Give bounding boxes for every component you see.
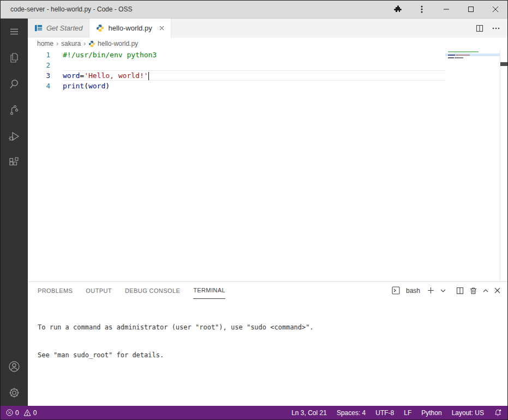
editor-scrollbar[interactable]	[500, 50, 507, 281]
bottom-panel: PROBLEMS OUTPUT DEBUG CONSOLE TERMINAL b…	[28, 281, 507, 406]
minimize-button[interactable]	[434, 1, 458, 18]
python-icon	[88, 40, 95, 47]
panel-header: PROBLEMS OUTPUT DEBUG CONSOLE TERMINAL b…	[28, 282, 507, 299]
tab-hello-world-py[interactable]: hello-world.py	[89, 19, 171, 38]
window-title: code-server - hello-world.py - Code - OS…	[10, 5, 132, 13]
maximize-button[interactable]	[458, 1, 483, 18]
run-debug-icon[interactable]	[1, 123, 28, 149]
panel-actions: bash	[392, 286, 507, 295]
split-editor-icon[interactable]	[476, 25, 483, 32]
minimap-current-line-highlight	[445, 53, 500, 56]
tab-label: hello-world.py	[108, 24, 152, 32]
search-icon[interactable]	[1, 71, 28, 97]
eol-sequence[interactable]: LF	[404, 409, 411, 417]
code-line-1[interactable]: 1 #!/usr/bin/env python3	[28, 50, 445, 60]
tab-label: Get Started	[46, 24, 82, 32]
menu-hamburger-icon[interactable]	[1, 19, 28, 45]
tab-debug-console[interactable]: DEBUG CONSOLE	[125, 282, 180, 299]
line-number[interactable]: 3	[28, 70, 50, 81]
breadcrumb-separator: ›	[83, 40, 86, 47]
terminal-line: See "man sudo_root" for details.	[38, 351, 507, 360]
get-started-icon	[34, 24, 43, 32]
titlebar[interactable]: code-server - hello-world.py - Code - OS…	[1, 1, 507, 19]
extension-puzzle-icon[interactable]	[385, 1, 409, 18]
code-line-2[interactable]: 2	[28, 60, 445, 70]
kill-terminal-trash-icon[interactable]	[470, 287, 477, 295]
code-oss-window: code-server - hello-world.py - Code - OS…	[0, 0, 508, 420]
editor-tab-strip: Get Started hello-world.py	[28, 19, 507, 38]
tab-get-started[interactable]: Get Started	[28, 19, 89, 38]
settings-gear-icon[interactable]	[1, 380, 28, 406]
code-line-3-current[interactable]: 3 word='Hello, world!'	[28, 70, 445, 81]
new-terminal-plus-icon[interactable]	[427, 287, 434, 294]
breadcrumb-separator: ›	[56, 40, 58, 47]
python-icon	[96, 24, 104, 32]
error-icon	[6, 409, 13, 416]
encoding[interactable]: UTF-8	[375, 409, 394, 417]
indentation[interactable]: Spaces: 4	[337, 409, 366, 417]
close-panel-icon[interactable]	[494, 287, 500, 293]
breadcrumb-sakura[interactable]: sakura	[61, 40, 81, 47]
minimap-code-line	[455, 57, 463, 58]
breadcrumb-home[interactable]: home	[37, 40, 53, 47]
tab-problems[interactable]: PROBLEMS	[38, 282, 73, 299]
terminal-output[interactable]: To run a command as administrator (user …	[28, 299, 507, 406]
code-line-4[interactable]: 4 print(word)	[28, 81, 445, 91]
close-tab-icon[interactable]	[159, 26, 164, 31]
language-mode[interactable]: Python	[421, 409, 441, 417]
source-control-icon[interactable]	[1, 97, 28, 123]
warning-icon	[23, 409, 31, 416]
editor-cursor	[148, 72, 150, 80]
maximize-panel-chevron-icon[interactable]	[483, 289, 488, 292]
extensions-icon[interactable]	[1, 149, 28, 176]
tab-terminal[interactable]: TERMINAL	[193, 282, 225, 299]
activity-bar	[1, 19, 28, 406]
problems-status[interactable]: 0 0	[6, 409, 37, 417]
tab-output[interactable]: OUTPUT	[86, 282, 112, 299]
minimap-code-line	[448, 57, 454, 58]
line-number[interactable]: 4	[28, 81, 50, 91]
shell-name[interactable]: bash	[406, 287, 420, 295]
status-bar: 0 0 Ln 3, Col 21 Spaces: 4 UTF-8 LF Pyth…	[1, 406, 507, 419]
more-menu-kebab-icon[interactable]	[409, 1, 434, 18]
editor-lines: 1 #!/usr/bin/env python3 2 3 word='Hello…	[28, 50, 445, 91]
minimap[interactable]	[445, 50, 500, 281]
overview-cursor-marker	[500, 62, 507, 66]
minimap-comment-line	[448, 51, 479, 52]
code-editor[interactable]: 1 #!/usr/bin/env python3 2 3 word='Hello…	[28, 50, 507, 281]
notifications-bell-icon[interactable]	[494, 409, 502, 417]
editor-actions	[476, 19, 507, 38]
more-actions-icon[interactable]	[492, 27, 500, 29]
breadcrumb-file[interactable]: hello-world.py	[88, 40, 138, 47]
close-window-button[interactable]	[483, 1, 507, 18]
cursor-position[interactable]: Ln 3, Col 21	[291, 409, 327, 417]
terminal-dropdown-chevron-icon[interactable]	[440, 289, 446, 292]
explorer-icon[interactable]	[1, 45, 28, 71]
line-number[interactable]: 1	[28, 50, 50, 60]
terminal-line	[38, 379, 507, 388]
keyboard-layout[interactable]: Layout: US	[452, 409, 484, 417]
terminal-line: To run a command as administrator (user …	[38, 323, 507, 332]
line-number[interactable]: 2	[28, 60, 50, 70]
split-terminal-icon[interactable]	[456, 287, 464, 295]
breadcrumb: home › sakura › hello-world.py	[28, 38, 507, 50]
accounts-icon[interactable]	[1, 353, 28, 380]
terminal-shell-icon	[392, 286, 400, 295]
